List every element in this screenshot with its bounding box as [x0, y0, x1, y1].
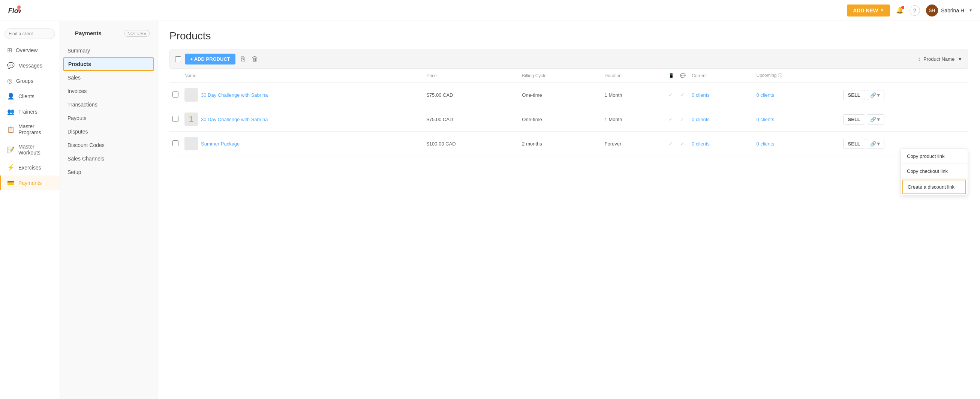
col-current: Current [689, 68, 753, 83]
table-row: Summer Package $100.00 CAD 2 months Fore… [169, 132, 968, 156]
sidebar-item-master-workouts[interactable]: 📝 Master Workouts [0, 140, 60, 159]
delete-icon-button[interactable]: 🗑 [250, 54, 260, 65]
current-clients-3[interactable]: 0 clients [692, 141, 710, 146]
svg-point-1 [17, 5, 21, 9]
check1-2: ✓ [668, 116, 673, 122]
messages-icon: 💬 [7, 62, 14, 69]
sell-group-2: SELL 🔗▼ [843, 114, 965, 124]
current-clients-2[interactable]: 0 clients [692, 117, 710, 122]
panel-item-setup[interactable]: Setup [60, 165, 157, 179]
sell-group-3: SELL 🔗▼ [843, 139, 965, 149]
product-name-1[interactable]: 30 Day Challenge with Sabrina [201, 92, 268, 98]
dropdown-item-create-discount-link[interactable]: Create a discount link [902, 180, 966, 194]
upcoming-clients-1[interactable]: 0 clients [757, 92, 775, 98]
top-header: Flow ADD NEW ▼ 🔔 ? SH Sabrina H. ▼ [0, 0, 980, 21]
exercises-icon: ⚡ [7, 164, 14, 171]
product-billing-3: 2 months [519, 132, 601, 156]
col-name: Name [181, 68, 424, 83]
sell-button-1[interactable]: SELL [843, 90, 865, 100]
col-billing-cycle: Billing Cycle [519, 68, 601, 83]
sidebar-item-trainers[interactable]: 👥 Trainers [0, 104, 60, 119]
check2-2: ✓ [680, 116, 684, 122]
product-duration-2: 1 Month [602, 107, 666, 132]
sidebar-item-exercises[interactable]: ⚡ Exercises [0, 160, 60, 175]
panel-item-disputes[interactable]: Disputes [60, 125, 157, 138]
panel-item-products[interactable]: Products [63, 57, 154, 71]
user-area[interactable]: SH Sabrina H. ▼ [926, 5, 972, 16]
check2-1: ✓ [680, 92, 684, 98]
flow-logo-icon: Flow [8, 4, 21, 17]
product-thumb-3 [185, 137, 198, 150]
user-caret-icon: ▼ [969, 8, 972, 13]
payments-panel-title: Payments [67, 27, 109, 40]
panel-item-invoices[interactable]: Invoices [60, 84, 157, 98]
col-icon2: 💬 [677, 68, 689, 83]
toolbar-left: + ADD PRODUCT ⎘ 🗑 [175, 54, 260, 65]
sell-button-2[interactable]: SELL [843, 114, 865, 124]
panel-item-sales-channels[interactable]: Sales Channels [60, 152, 157, 165]
sidebar-item-payments[interactable]: 💳 Payments [0, 175, 60, 190]
master-programs-icon: 📋 [7, 126, 14, 133]
row-checkbox-2[interactable] [172, 116, 178, 122]
select-all-checkbox[interactable] [175, 56, 181, 62]
search-input[interactable] [5, 29, 55, 39]
notification-dot [901, 6, 904, 9]
dropdown-item-copy-product-link[interactable]: Copy product link [901, 149, 967, 164]
add-product-button[interactable]: + ADD PRODUCT [185, 54, 235, 65]
help-button[interactable]: ? [910, 5, 920, 16]
add-product-label: + ADD PRODUCT [190, 56, 230, 62]
col-duration: Duration [602, 68, 666, 83]
col-checkbox [169, 68, 181, 83]
link-dropdown-button-3[interactable]: 🔗▼ [867, 139, 885, 149]
product-cell-2: 1 30 Day Challenge with Sabrina [185, 113, 421, 126]
link-dropdown-button-1[interactable]: 🔗▼ [867, 90, 885, 100]
link-dropdown-menu: Copy product link Copy checkout link Cre… [900, 148, 968, 196]
product-price-1: $75.00 CAD [424, 83, 519, 107]
upcoming-clients-2[interactable]: 0 clients [757, 117, 775, 122]
products-toolbar: + ADD PRODUCT ⎘ 🗑 ↕ Product Name ▼ [169, 49, 968, 68]
panel-item-summary[interactable]: Summary [60, 44, 157, 57]
add-new-label: ADD NEW [853, 8, 878, 13]
sidebar-item-messages[interactable]: 💬 Messages [0, 58, 60, 73]
row-checkbox-3[interactable] [172, 140, 178, 146]
panel-item-payouts[interactable]: Payouts [60, 111, 157, 125]
clients-icon: 👤 [7, 93, 14, 100]
sidebar-item-overview-label: Overview [16, 47, 38, 53]
sidebar-item-overview[interactable]: ⊞ Overview [0, 43, 60, 57]
sell-button-3[interactable]: SELL [843, 139, 865, 149]
product-billing-2: One-time [519, 107, 601, 132]
toolbar-right: ↕ Product Name ▼ [918, 56, 963, 62]
sidebar-item-master-programs-label: Master Programs [18, 123, 54, 135]
panel-item-sales[interactable]: Sales [60, 71, 157, 84]
user-name: Sabrina H. [941, 8, 966, 13]
upcoming-clients-3[interactable]: 0 clients [757, 141, 775, 146]
link-dropdown-button-2[interactable]: 🔗▼ [867, 114, 885, 124]
live-toggle[interactable]: NOT LIVE [124, 30, 150, 37]
notification-icon[interactable]: 🔔 [896, 7, 904, 14]
sidebar-item-clients-label: Clients [18, 93, 35, 99]
sidebar-item-master-programs[interactable]: 📋 Master Programs [0, 120, 60, 139]
panel-item-transactions[interactable]: Transactions [60, 98, 157, 111]
sidebar-item-groups[interactable]: ◎ Groups [0, 73, 60, 88]
add-new-button[interactable]: ADD NEW ▼ [847, 5, 890, 16]
product-price-3: $100.00 CAD [424, 132, 519, 156]
row-checkbox-1[interactable] [172, 92, 178, 97]
panel-item-discount-codes[interactable]: Discount Codes [60, 138, 157, 152]
thumb-badge-2: 1 [189, 114, 193, 124]
groups-icon: ◎ [7, 77, 13, 84]
current-clients-1[interactable]: 0 clients [692, 92, 710, 98]
check2-3: ✓ [680, 141, 684, 146]
page-title: Products [169, 30, 968, 42]
search-area [0, 25, 60, 42]
dropdown-item-copy-checkout-link[interactable]: Copy checkout link [901, 164, 967, 179]
product-name-2[interactable]: 30 Day Challenge with Sabrina [201, 117, 268, 122]
sell-group-1: SELL 🔗▼ [843, 90, 965, 100]
copy-icon-button[interactable]: ⎘ [239, 54, 246, 65]
product-cell-1: 30 Day Challenge with Sabrina [185, 88, 421, 102]
table-row: 1 30 Day Challenge with Sabrina $75.00 C… [169, 107, 968, 132]
header-right: ADD NEW ▼ 🔔 ? SH Sabrina H. ▼ [847, 5, 972, 16]
sort-icon: ↕ [918, 56, 921, 62]
sidebar-item-clients[interactable]: 👤 Clients [0, 89, 60, 103]
product-name-3[interactable]: Summer Package [201, 141, 240, 146]
product-cell-3: Summer Package [185, 137, 421, 150]
